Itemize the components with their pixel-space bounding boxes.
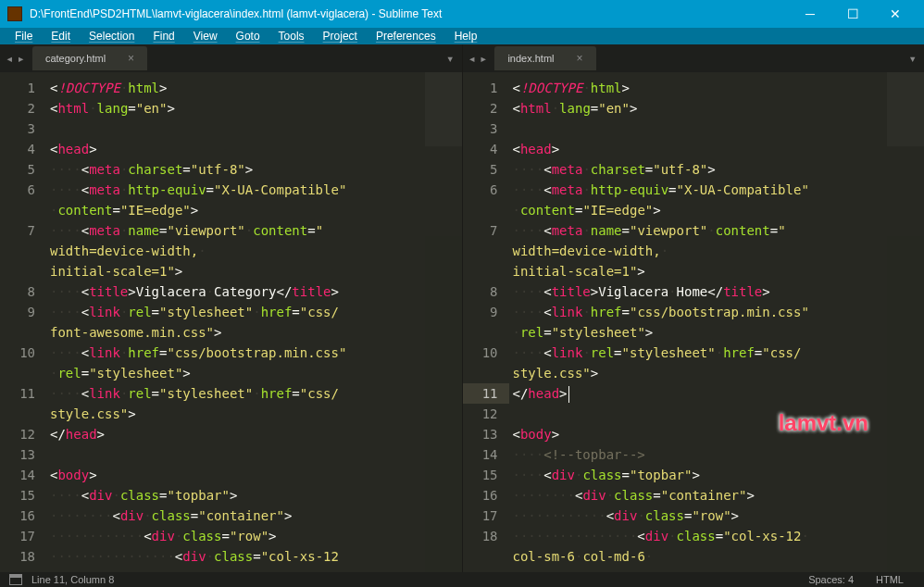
line-number: 11: [6, 383, 35, 404]
status-syntax[interactable]: HTML: [865, 574, 915, 585]
line-number: 3: [468, 119, 498, 139]
tab-prev-icon[interactable]: ◂: [6, 51, 13, 66]
tab-row-right: ◂ ▸ index.html × ▾: [463, 44, 925, 72]
tab-prev-icon[interactable]: ◂: [468, 51, 476, 66]
tab-label: index.html: [507, 53, 554, 64]
line-number: 1: [6, 78, 35, 98]
line-number: 2: [468, 98, 498, 119]
pane-left: ◂ ▸ category.html × ▾ 1 2 3 4 5 6 7 8 9 …: [0, 44, 463, 572]
line-number: 13: [6, 444, 35, 465]
line-number: 2: [6, 98, 35, 119]
line-number: 17: [468, 506, 498, 526]
line-number: 14: [6, 465, 35, 485]
gutter-right: 1 2 3 4 5 6 7 8 9 10 11 12 13 14 15 16 1…: [463, 72, 509, 572]
menu-tools[interactable]: Tools: [271, 28, 312, 44]
code-left[interactable]: <!DOCTYPE·html> <html·lang="en"> <head> …: [46, 72, 462, 572]
tab-menu-icon[interactable]: ▾: [446, 51, 454, 66]
editor-split-container: ◂ ▸ category.html × ▾ 1 2 3 4 5 6 7 8 9 …: [0, 44, 924, 572]
panel-switcher-icon[interactable]: [9, 574, 22, 585]
line-number: 1: [468, 78, 498, 98]
tab-close-icon[interactable]: ×: [128, 52, 134, 65]
menubar: File Edit Selection Find View Goto Tools…: [0, 28, 924, 44]
line-number: 18: [6, 546, 35, 567]
line-number: 13: [468, 424, 498, 444]
pane-right: ◂ ▸ index.html × ▾ 1 2 3 4 5 6 7 8 9 10 …: [463, 44, 925, 572]
close-button[interactable]: ✕: [874, 0, 917, 28]
line-number: 12: [6, 424, 35, 444]
menu-edit[interactable]: Edit: [44, 28, 78, 44]
tab-close-icon[interactable]: ×: [577, 52, 583, 65]
line-number: 8: [6, 281, 35, 302]
line-number: 6: [468, 180, 498, 200]
line-number: 18: [468, 526, 498, 546]
line-number: 14: [468, 444, 498, 465]
caret: [568, 386, 569, 403]
menu-help[interactable]: Help: [447, 28, 485, 44]
menu-find[interactable]: Find: [145, 28, 181, 44]
menu-preferences[interactable]: Preferences: [368, 28, 443, 44]
statusbar: Line 11, Column 8 Spaces: 4 HTML: [0, 572, 924, 587]
titlebar[interactable]: D:\FrontEnd\PSD2HTML\lamvt-viglacera\ind…: [0, 0, 924, 28]
menu-selection[interactable]: Selection: [81, 28, 142, 44]
window-title: D:\FrontEnd\PSD2HTML\lamvt-viglacera\ind…: [30, 7, 789, 20]
menu-view[interactable]: View: [186, 28, 225, 44]
line-number: 8: [468, 281, 498, 302]
line-number: 4: [468, 139, 498, 159]
line-number: 12: [468, 404, 498, 424]
tab-label: category.html: [45, 53, 106, 64]
line-number: 5: [6, 159, 35, 180]
line-number: 5: [468, 159, 498, 180]
tab-next-icon[interactable]: ▸: [17, 51, 24, 66]
line-number-active: 11: [463, 383, 509, 404]
line-number: 10: [6, 343, 35, 363]
code-right[interactable]: <!DOCTYPE·html> <html·lang="en"> <head> …: [509, 72, 925, 572]
tab-index-html[interactable]: index.html ×: [494, 46, 595, 70]
minimize-button[interactable]: ─: [789, 0, 831, 28]
line-number: 15: [6, 485, 35, 506]
maximize-button[interactable]: ☐: [831, 0, 874, 28]
gutter-left: 1 2 3 4 5 6 7 8 9 10 11 12 13 14 15 16 1…: [0, 72, 46, 572]
menu-file[interactable]: File: [7, 28, 40, 44]
tab-menu-icon[interactable]: ▾: [909, 51, 917, 66]
line-number: 9: [468, 302, 498, 322]
status-spaces[interactable]: Spaces: 4: [797, 574, 865, 585]
line-number: 4: [6, 139, 35, 159]
line-number: 9: [6, 302, 35, 322]
line-number: 16: [468, 485, 498, 506]
line-number: 6: [6, 180, 35, 200]
line-number: 15: [468, 465, 498, 485]
app-icon: [7, 6, 22, 21]
line-number: 17: [6, 526, 35, 546]
menu-goto[interactable]: Goto: [229, 28, 268, 44]
editor-right[interactable]: 1 2 3 4 5 6 7 8 9 10 11 12 13 14 15 16 1…: [463, 72, 925, 572]
editor-left[interactable]: 1 2 3 4 5 6 7 8 9 10 11 12 13 14 15 16 1…: [0, 72, 462, 572]
line-number: 16: [6, 506, 35, 526]
tab-row-left: ◂ ▸ category.html × ▾: [0, 44, 462, 72]
minimap-right[interactable]: [887, 72, 924, 572]
minimap-left[interactable]: [425, 72, 462, 572]
tab-category-html[interactable]: category.html ×: [32, 46, 147, 70]
line-number: 7: [468, 220, 498, 241]
line-number: 7: [6, 220, 35, 241]
line-number: 10: [468, 343, 498, 363]
status-position[interactable]: Line 11, Column 8: [31, 574, 797, 585]
line-number: 3: [6, 119, 35, 139]
tab-next-icon[interactable]: ▸: [480, 51, 487, 66]
menu-project[interactable]: Project: [316, 28, 365, 44]
